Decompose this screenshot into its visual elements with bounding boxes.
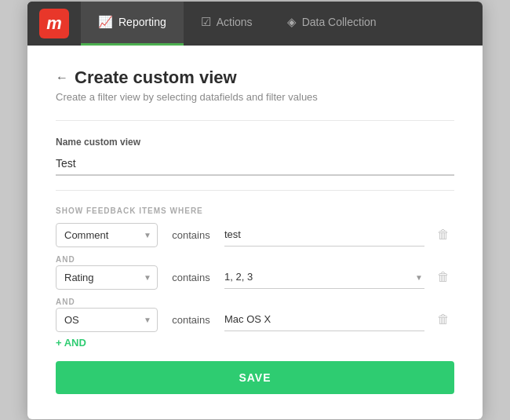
tab-actions[interactable]: ☑ Actions <box>184 2 270 46</box>
data-collection-icon: ◈ <box>287 15 297 29</box>
page-content: ← Create custom view Create a filter vie… <box>27 46 483 419</box>
filter-1-field-select[interactable]: Comment Rating OS <box>56 223 158 247</box>
filter-3-field-select[interactable]: Comment Rating OS <box>56 308 158 332</box>
actions-icon: ☑ <box>201 15 211 29</box>
filter-3-value-input[interactable] <box>224 308 424 331</box>
reporting-icon: 📈 <box>98 15 113 29</box>
logo-icon[interactable]: m <box>39 9 69 38</box>
filter-1-field-wrap: Comment Rating OS ▼ <box>56 223 158 247</box>
navigation: m 📈 Reporting ☑ Actions ◈ Data Collectio… <box>27 2 483 46</box>
filter-2-operator: contains <box>166 272 217 283</box>
name-input[interactable] <box>56 152 454 176</box>
filter-3-and-label: AND <box>56 298 454 306</box>
tab-data-collection[interactable]: ◈ Data Collection <box>270 2 394 46</box>
name-field-group: Name custom view <box>56 137 454 176</box>
filter-2-header: Comment Rating OS ▼ contains 1, 2, 3 1 2… <box>56 265 454 290</box>
tab-reporting[interactable]: 📈 Reporting <box>81 2 184 46</box>
main-window: m 📈 Reporting ☑ Actions ◈ Data Collectio… <box>27 2 483 419</box>
filter-item-2: AND Comment Rating OS ▼ contains 1, 2, 3… <box>56 255 454 290</box>
filter-1-value-input[interactable] <box>224 223 424 247</box>
save-button[interactable]: SAVE <box>56 361 454 394</box>
filter-3-delete-button[interactable]: 🗑 <box>432 309 454 330</box>
filter-1-value-wrap <box>224 223 424 247</box>
add-and-button[interactable]: + AND <box>56 337 86 349</box>
filter-2-delete-button[interactable]: 🗑 <box>432 267 454 287</box>
name-field-label: Name custom view <box>56 137 454 148</box>
divider-1 <box>56 120 454 121</box>
filter-2-value-select[interactable]: 1, 2, 3 1 2 3 <box>224 265 424 289</box>
logo-area: m <box>27 2 81 46</box>
page-subtitle: Create a filter view by selecting datafi… <box>56 91 454 103</box>
filter-item-1: Comment Rating OS ▼ contains 🗑 <box>56 223 454 247</box>
filter-3-header: Comment Rating OS ▼ contains 🗑 <box>56 308 454 332</box>
back-row: ← Create custom view <box>56 68 454 88</box>
filter-2-and-label: AND <box>56 255 454 264</box>
divider-2 <box>56 190 454 191</box>
back-arrow-icon[interactable]: ← <box>56 71 68 85</box>
filter-2-value-select-wrap: 1, 2, 3 1 2 3 ▼ <box>224 265 424 289</box>
nav-tabs: 📈 Reporting ☑ Actions ◈ Data Collection <box>81 2 394 46</box>
filter-1-operator: contains <box>166 229 217 241</box>
page-title: Create custom view <box>75 68 237 88</box>
filter-1-delete-button[interactable]: 🗑 <box>432 225 454 245</box>
filter-2-field-select[interactable]: Comment Rating OS <box>56 265 158 290</box>
filter-3-operator: contains <box>166 314 217 326</box>
section-label: SHOW FEEDBACK ITEMS WHERE <box>56 206 454 215</box>
filter-1-header: Comment Rating OS ▼ contains 🗑 <box>56 223 454 247</box>
filter-item-3: AND Comment Rating OS ▼ contains 🗑 <box>56 298 454 332</box>
filter-3-value-wrap <box>224 308 424 331</box>
filter-2-field-wrap: Comment Rating OS ▼ <box>56 265 158 290</box>
filter-3-field-wrap: Comment Rating OS ▼ <box>56 308 158 332</box>
